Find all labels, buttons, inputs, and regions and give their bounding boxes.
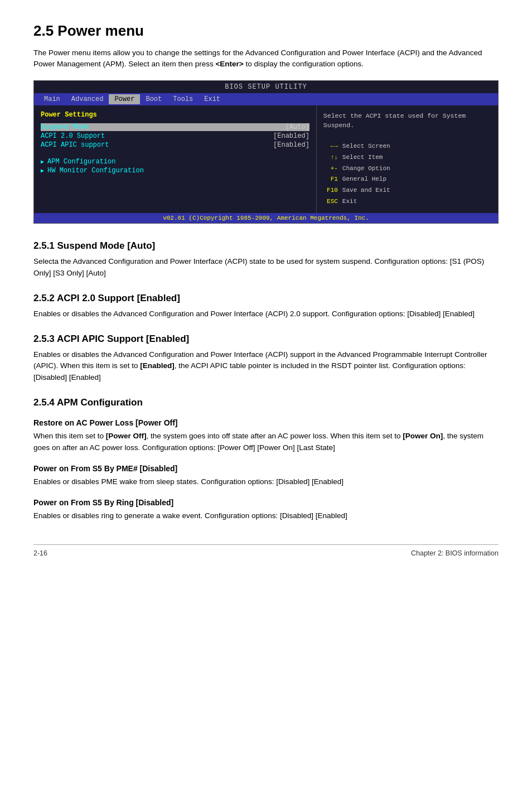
bios-left-panel: Power Settings Suspend Mode [Auto] ACPI …	[34, 105, 317, 213]
bios-nav-power[interactable]: Power	[109, 94, 140, 104]
footer-divider	[33, 544, 499, 545]
sub-heading-pme: Power on From S5 By PME# [Disabled]	[33, 464, 499, 473]
section-heading-2-5-4: 2.5.4 APM Configuration	[33, 397, 499, 408]
bios-value-acpi-apic: [Enabled]	[273, 141, 309, 149]
bios-label-suspend: Suspend Mode	[41, 123, 89, 131]
bios-key-updown: ↑↓	[323, 152, 340, 163]
bios-key-select-item: Select Item	[340, 152, 393, 163]
bios-help-text: Select the ACPI state used for System Su…	[323, 111, 491, 131]
bios-screenshot: BIOS SETUP UTILITY Main Advanced Power B…	[33, 80, 499, 224]
bios-key-legend: ←→ Select Screen ↑↓ Select Item +- Chang…	[323, 141, 491, 207]
bios-key-row: +- Change Option	[323, 163, 393, 175]
section-heading-2-5-2: 2.5.2 ACPI 2.0 Support [Enabled]	[33, 293, 499, 304]
bios-key-f1: F1	[323, 174, 340, 185]
bios-key-esc: ESC	[323, 196, 340, 207]
section-body-2-5-3: Enables or disables the Advanced Configu…	[33, 349, 499, 384]
bios-header: BIOS SETUP UTILITY	[34, 81, 498, 93]
bios-key-arrows: ←→	[323, 141, 340, 152]
bios-nav: Main Advanced Power Boot Tools Exit	[34, 93, 498, 105]
body-ring: Enables or disables ring to generate a w…	[33, 510, 499, 522]
footer-page-number: 2-16	[33, 549, 47, 557]
bios-body: Power Settings Suspend Mode [Auto] ACPI …	[34, 105, 498, 213]
power-on-bold: [Power On]	[403, 432, 443, 440]
bios-nav-advanced[interactable]: Advanced	[66, 94, 109, 104]
section-body-2-5-2: Enables or disables the Advanced Configu…	[33, 308, 499, 320]
bios-key-plusminus: +-	[323, 163, 340, 175]
bios-nav-main[interactable]: Main	[38, 94, 66, 104]
body-restore-ac: When this item set to [Power Off], the s…	[33, 431, 499, 454]
bios-key-exit: Exit	[340, 196, 393, 207]
enter-key-ref: <Enter>	[215, 60, 243, 68]
bios-value-acpi20: [Enabled]	[273, 132, 309, 140]
bios-key-f10: F10	[323, 185, 340, 196]
bios-label-acpi-apic: ACPI APIC support	[41, 141, 109, 149]
power-off-bold: [Power Off]	[106, 432, 147, 440]
bios-key-row: ←→ Select Screen	[323, 141, 393, 152]
bios-value-suspend: [Auto]	[286, 123, 309, 131]
bios-key-row: F1 General Help	[323, 174, 393, 185]
bios-key-row: ESC Exit	[323, 196, 393, 207]
bios-footer: v02.61 (C)Copyright 1985-2009, American …	[34, 213, 498, 223]
bios-row-acpi20[interactable]: ACPI 2.0 Support [Enabled]	[41, 132, 309, 140]
bios-nav-boot[interactable]: Boot	[140, 94, 167, 104]
bios-section-title: Power Settings	[41, 111, 309, 119]
bios-submenu-hw[interactable]: HW Monitor Configuration	[41, 167, 309, 175]
bios-row-suspend-mode[interactable]: Suspend Mode [Auto]	[41, 123, 309, 131]
sub-heading-restore-ac: Restore on AC Power Loss [Power Off]	[33, 418, 499, 427]
body-pme: Enables or disables PME wake from sleep …	[33, 476, 499, 488]
bios-submenu-apm[interactable]: APM Configuration	[41, 158, 309, 166]
bios-row-acpi-apic[interactable]: ACPI APIC support [Enabled]	[41, 141, 309, 149]
bios-key-select-screen: Select Screen	[340, 141, 393, 152]
bios-key-save-exit: Save and Exit	[340, 185, 393, 196]
section-body-2-5-1: Selecta the Advanced Configuration and P…	[33, 256, 499, 279]
page-title: 2.5 Power menu	[33, 22, 499, 40]
sub-heading-ring: Power on From S5 By Ring [Disabled]	[33, 498, 499, 507]
enabled-bold-ref: [Enabled]	[140, 361, 175, 370]
footer-chapter: Chapter 2: BIOS information	[411, 549, 499, 557]
page-footer: 2-16 Chapter 2: BIOS information	[33, 549, 499, 557]
bios-label-acpi20: ACPI 2.0 Support	[41, 132, 105, 140]
intro-paragraph: The Power menu items allow you to change…	[33, 47, 499, 70]
bios-right-panel: Select the ACPI state used for System Su…	[317, 105, 498, 213]
section-heading-2-5-1: 2.5.1 Suspend Mode [Auto]	[33, 240, 499, 252]
section-heading-2-5-3: 2.5.3 ACPI APIC Support [Enabled]	[33, 334, 499, 345]
bios-nav-exit[interactable]: Exit	[199, 94, 226, 104]
bios-key-change-option: Change Option	[340, 163, 393, 175]
bios-nav-tools[interactable]: Tools	[167, 94, 199, 104]
bios-key-row: ↑↓ Select Item	[323, 152, 393, 163]
bios-key-row: F10 Save and Exit	[323, 185, 393, 196]
bios-key-general-help: General Help	[340, 174, 393, 185]
